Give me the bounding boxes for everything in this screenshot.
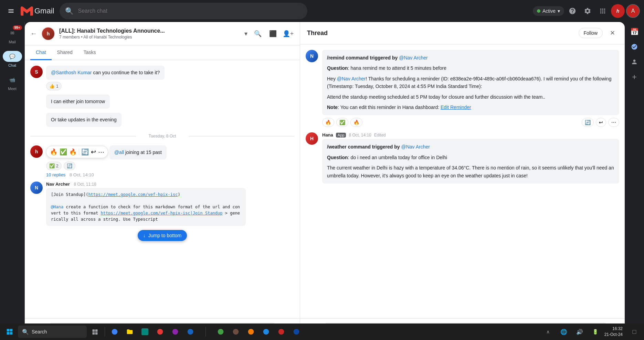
tab-tasks[interactable]: Tasks bbox=[78, 45, 102, 60]
volume-icon[interactable]: 🔊 bbox=[573, 325, 587, 339]
apps-button[interactable] bbox=[596, 4, 610, 18]
fullscreen-button[interactable]: ⬛ bbox=[267, 28, 279, 40]
active-status[interactable]: Active ▾ bbox=[533, 6, 564, 16]
taskbar-app1-icon[interactable] bbox=[153, 325, 167, 339]
emoji-fire2[interactable]: 🔥 bbox=[69, 148, 77, 156]
emoji-picker[interactable]: 🔄 bbox=[81, 148, 89, 156]
mail-icon: ✉ bbox=[10, 30, 14, 36]
notify-area: ∧ 🌐 🔊 🔋 16:32 21-Oct-24 □ bbox=[541, 325, 641, 339]
chat-subtitle: 7 members • All of Hanabi Technologies bbox=[59, 35, 240, 40]
calendar-icon-btn[interactable]: 📅 bbox=[627, 25, 641, 39]
note-text: Note: You can edit this reminder in Hana… bbox=[327, 103, 614, 111]
reaction-count: 2 bbox=[56, 164, 59, 168]
svg-point-17 bbox=[294, 329, 299, 335]
emoji-divider bbox=[79, 149, 79, 155]
add-sidebar-btn[interactable] bbox=[627, 70, 641, 84]
thread-close-button[interactable]: ✕ bbox=[607, 28, 618, 39]
search-bar[interactable]: 🔍 bbox=[60, 3, 307, 19]
message-content: I can either join tomorrow bbox=[46, 95, 294, 109]
reply-icon[interactable]: ↩ bbox=[91, 148, 96, 156]
svg-rect-7 bbox=[95, 332, 98, 335]
sidebar-item-meet[interactable]: 📹 Meet bbox=[0, 72, 25, 94]
message-bubble-nav: [Join Standup](https://meet.google.com/v… bbox=[46, 188, 246, 226]
message-row: Or take updates in the evening bbox=[30, 113, 294, 127]
emoji-fire[interactable]: 🔥 bbox=[50, 148, 57, 156]
taskbar-files-icon[interactable] bbox=[123, 325, 137, 339]
thread-more-btn[interactable]: ⋯ bbox=[608, 118, 619, 127]
tasks-icon-btn[interactable] bbox=[627, 40, 641, 54]
members-button[interactable]: 👤+ bbox=[282, 28, 294, 40]
chat-messages: S @Santhosh Kumar can you continue the t… bbox=[25, 60, 300, 318]
help-button[interactable] bbox=[566, 4, 579, 18]
taskbar-app8-icon[interactable] bbox=[274, 325, 288, 339]
message-row: S @Santhosh Kumar can you continue the t… bbox=[30, 66, 294, 90]
reaction-check[interactable]: ✅ 2 bbox=[46, 162, 62, 170]
meet-label: Meet bbox=[8, 87, 16, 91]
reaction-fire[interactable]: 🔥 bbox=[322, 118, 334, 127]
message-bubble-updates: Or take updates in the evening bbox=[46, 113, 122, 127]
more-actions[interactable]: ⋯ bbox=[98, 148, 104, 156]
topbar-right: Active ▾ h A bbox=[533, 4, 640, 18]
search-button[interactable]: 🔍 bbox=[252, 28, 264, 40]
reaction-refresh[interactable]: 🔄 bbox=[64, 162, 75, 170]
contacts-icon-btn[interactable] bbox=[627, 55, 641, 69]
notifications-btn[interactable]: □ bbox=[627, 325, 641, 339]
sidebar-item-chat[interactable]: 💬 Chat bbox=[0, 48, 25, 70]
follow-button[interactable]: Follow bbox=[579, 28, 603, 38]
network-icon[interactable]: 🌐 bbox=[557, 325, 571, 339]
emoji-check[interactable]: ✅ bbox=[60, 148, 67, 156]
url-link[interactable]: https://meet.google.com/vef-hpix-isc|Joi… bbox=[101, 211, 223, 216]
taskbar-app3-icon[interactable] bbox=[183, 325, 197, 339]
taskbar-app7-icon[interactable] bbox=[259, 325, 273, 339]
thread-reactions: 🔥 ✅ 🔥 🔄 ↩ ⋯ bbox=[322, 118, 619, 127]
user-avatar[interactable]: A bbox=[626, 4, 640, 18]
taskbar-app5-icon[interactable] bbox=[229, 325, 243, 339]
remind-command-text: /remind command triggered by @Nav Archer bbox=[327, 54, 614, 62]
reaction-fire2[interactable]: 🔥 bbox=[350, 118, 362, 127]
message-content: 🔥 ✅ 🔥 🔄 ↩ ⋯ @all joining at 15 past bbox=[46, 145, 294, 177]
response-text: Hey @Nav Archer! Thanks for scheduling a… bbox=[327, 75, 614, 90]
edit-reminder-link[interactable]: Edit Reminder bbox=[441, 105, 471, 110]
chat-panel: ← h [ALL]: Hanabi Technologies Announce.… bbox=[25, 22, 300, 340]
chat-header-actions: 🔍 ⬛ 👤+ bbox=[252, 28, 294, 40]
svg-rect-4 bbox=[93, 329, 95, 332]
thread-msg-avatar-hana: H bbox=[306, 132, 318, 145]
taskbar-app9-icon[interactable] bbox=[289, 325, 303, 339]
taskbar-app2-icon[interactable] bbox=[168, 325, 182, 339]
header-chevron[interactable]: ▾ bbox=[244, 30, 247, 37]
svg-point-9 bbox=[157, 329, 163, 335]
clock-time: 16:32 bbox=[612, 326, 623, 332]
battery-icon[interactable]: 🔋 bbox=[589, 325, 602, 339]
taskview-button[interactable] bbox=[88, 325, 102, 339]
search-input[interactable] bbox=[78, 8, 302, 14]
thread-emoji-btn[interactable]: 🔄 bbox=[582, 118, 594, 127]
windows-start-button[interactable] bbox=[3, 325, 17, 339]
back-button[interactable]: ← bbox=[30, 30, 37, 37]
thread-sender: Hana bbox=[322, 132, 333, 138]
taskbar-app6-icon[interactable] bbox=[244, 325, 258, 339]
message-text: can you continue the to take it? bbox=[93, 70, 160, 75]
taskbar-clock[interactable]: 16:32 21-Oct-24 bbox=[604, 326, 625, 338]
reaction-check2[interactable]: ✅ bbox=[336, 118, 348, 127]
gmail-label: Gmail bbox=[34, 7, 54, 15]
replies-count[interactable]: 10 replies 8 Oct, 14:10 bbox=[46, 172, 294, 177]
sidebar-item-mail[interactable]: ✉ 99+ Mail bbox=[0, 25, 25, 47]
chevron-up-btn[interactable]: ∧ bbox=[541, 325, 555, 339]
taskbar-meet-icon[interactable] bbox=[138, 325, 152, 339]
thread-reply-btn[interactable]: ↩ bbox=[596, 118, 606, 127]
settings-button[interactable] bbox=[581, 4, 594, 18]
reaction-thumbsup[interactable]: 👍 1 bbox=[46, 82, 62, 90]
taskbar-search[interactable]: 🔍 Search bbox=[18, 326, 87, 338]
nav-mention-weather: @Nav Archer bbox=[401, 144, 430, 150]
nav-mention: @Nav Archer bbox=[399, 55, 427, 61]
chat-title: [ALL]: Hanabi Technologies Announce... bbox=[59, 28, 240, 34]
question-label: Question: hana remind me to attend it 5 … bbox=[327, 64, 614, 72]
tab-chat[interactable]: Chat bbox=[30, 45, 52, 60]
jump-to-bottom-button[interactable]: ↓ Jump to bottom bbox=[138, 230, 187, 241]
join-standup-link[interactable]: [Join Standup](https://meet.google.com/v… bbox=[51, 192, 180, 197]
menu-button[interactable] bbox=[4, 4, 18, 18]
tab-shared[interactable]: Shared bbox=[52, 45, 78, 60]
taskbar-edge-icon[interactable] bbox=[108, 325, 122, 339]
brand-logo[interactable]: h bbox=[611, 4, 625, 18]
taskbar-app4-icon[interactable] bbox=[214, 325, 228, 339]
